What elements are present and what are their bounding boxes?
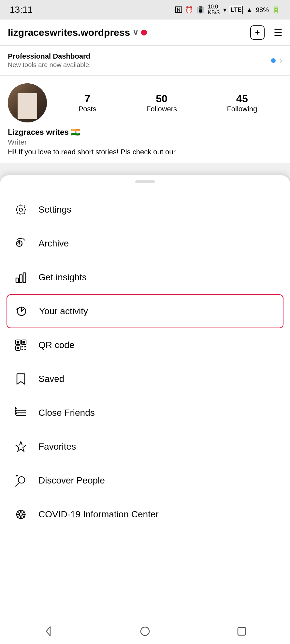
- saved-icon: [13, 371, 29, 387]
- recents-button[interactable]: [232, 622, 252, 641]
- close-friends-icon: [13, 405, 29, 421]
- profile-name: Lizgraces writes 🇮🇳: [8, 128, 282, 137]
- menu-label-discover-people: Discover People: [38, 475, 105, 486]
- svg-rect-12: [17, 347, 19, 349]
- status-time: 13:11: [10, 5, 33, 15]
- menu-label-archive: Archive: [38, 238, 69, 249]
- menu-label-settings: Settings: [38, 204, 71, 215]
- pro-dashboard-text: Professional Dashboard New tools are now…: [8, 52, 91, 69]
- avatar-image: [8, 83, 47, 122]
- notification-dot: [141, 30, 147, 35]
- pro-dashboard-subtitle: New tools are now available.: [8, 61, 91, 69]
- recents-icon: [236, 625, 248, 637]
- posts-stat[interactable]: 7 Posts: [79, 93, 96, 113]
- home-icon: [139, 625, 151, 637]
- svg-marker-20: [15, 407, 17, 410]
- sheet-handle: [135, 180, 155, 183]
- svg-rect-14: [24, 346, 26, 347]
- menu-label-favorites: Favorites: [38, 441, 76, 452]
- account-title[interactable]: lizgraceswrites.wordpress ∨: [8, 27, 250, 38]
- activity-icon: [14, 303, 29, 319]
- chevron-down-icon: ∨: [133, 28, 138, 37]
- menu-item-close-friends[interactable]: Close Friends: [8, 396, 282, 430]
- nfc-icon: 🄽: [175, 6, 182, 14]
- svg-rect-13: [22, 346, 23, 347]
- menu-item-saved[interactable]: Saved: [8, 362, 282, 396]
- menu-label-saved: Saved: [38, 374, 64, 384]
- menu-item-covid[interactable]: COVID-19 Information Center: [8, 497, 282, 531]
- discover-icon: [13, 473, 29, 488]
- svg-point-30: [141, 627, 149, 636]
- vibrate-icon: 📳: [196, 6, 205, 14]
- menu-item-settings[interactable]: Settings: [8, 193, 282, 227]
- chevron-right-icon: ›: [280, 56, 282, 65]
- profile-section: 7 Posts 50 Followers 45 Following Lizgra…: [0, 76, 290, 163]
- svg-marker-23: [16, 441, 26, 452]
- menu-item-qr-code[interactable]: QR code: [8, 328, 282, 362]
- menu-item-get-insights[interactable]: Get insights: [8, 260, 282, 294]
- svg-rect-31: [238, 627, 246, 635]
- qr-icon: [13, 337, 29, 353]
- status-icons: 🄽 ⏰ 📳 10.0KB/S ▾ LTE ▲ 98% 🔋: [175, 4, 280, 16]
- svg-rect-5: [23, 273, 26, 283]
- svg-line-25: [15, 483, 19, 486]
- following-stat[interactable]: 45 Following: [227, 93, 257, 113]
- menu-label-close-friends: Close Friends: [38, 408, 95, 418]
- profile-role: Writer: [8, 138, 282, 147]
- signal-icon: ▲: [246, 6, 253, 14]
- menu-button[interactable]: ☰: [274, 28, 282, 37]
- menu-label-covid: COVID-19 Information Center: [38, 509, 159, 520]
- followers-count: 50: [146, 93, 177, 105]
- menu-item-favorites[interactable]: Favorites: [8, 430, 282, 464]
- following-label: Following: [227, 105, 257, 113]
- new-post-button[interactable]: +: [250, 25, 265, 40]
- svg-rect-16: [24, 349, 26, 350]
- back-button[interactable]: [38, 622, 58, 641]
- menu-item-your-activity[interactable]: Your activity: [7, 294, 283, 328]
- profile-bio: Hi! If you love to read short stories! P…: [8, 148, 282, 156]
- menu-item-archive[interactable]: Archive: [8, 227, 282, 260]
- svg-point-24: [18, 477, 25, 483]
- svg-rect-10: [22, 341, 25, 343]
- svg-marker-29: [46, 627, 50, 636]
- battery-text: 98%: [256, 6, 269, 14]
- svg-point-1: [17, 205, 25, 214]
- home-button[interactable]: [135, 622, 155, 641]
- account-name: lizgraceswrites.wordpress: [8, 27, 130, 38]
- menu-list: Settings Archive Get insights Your activ…: [0, 193, 290, 531]
- favorites-icon: [13, 439, 29, 455]
- posts-label: Posts: [79, 105, 96, 113]
- settings-icon: [13, 202, 29, 217]
- svg-rect-15: [22, 349, 23, 350]
- menu-label-your-activity: Your activity: [39, 306, 88, 316]
- bottom-nav: [0, 618, 290, 644]
- avatar[interactable]: [8, 83, 47, 122]
- archive-icon: [13, 236, 29, 251]
- covid-icon: [13, 507, 29, 522]
- pro-dashboard-indicator: ›: [271, 56, 282, 65]
- plus-icon: +: [255, 27, 260, 37]
- lte-icon: LTE: [230, 6, 243, 14]
- menu-label-get-insights: Get insights: [38, 272, 87, 283]
- menu-item-discover-people[interactable]: Discover People: [8, 464, 282, 497]
- back-icon: [42, 625, 54, 637]
- svg-rect-8: [17, 341, 19, 343]
- top-nav: lizgraceswrites.wordpress ∨ + ☰: [0, 20, 290, 46]
- followers-stat[interactable]: 50 Followers: [146, 93, 177, 113]
- insights-icon: [13, 270, 29, 285]
- indicator-dot-active: [271, 58, 276, 63]
- followers-label: Followers: [146, 105, 177, 113]
- alarm-icon: ⏰: [185, 6, 193, 14]
- bottom-sheet: Settings Archive Get insights Your activ…: [0, 175, 290, 644]
- menu-label-qr-code: QR code: [38, 340, 75, 350]
- svg-rect-3: [16, 278, 19, 283]
- profile-stats: 7 Posts 50 Followers 45 Following: [53, 93, 282, 113]
- profile-top: 7 Posts 50 Followers 45 Following: [8, 83, 282, 122]
- following-count: 45: [227, 93, 257, 105]
- status-bar: 13:11 🄽 ⏰ 📳 10.0KB/S ▾ LTE ▲ 98% 🔋: [0, 0, 290, 20]
- posts-count: 7: [79, 93, 96, 105]
- wifi-icon: ▾: [223, 6, 226, 14]
- svg-point-0: [19, 208, 22, 211]
- pro-dashboard-banner[interactable]: Professional Dashboard New tools are now…: [0, 46, 290, 76]
- profile-info: Lizgraces writes 🇮🇳 Writer Hi! If you lo…: [8, 128, 282, 156]
